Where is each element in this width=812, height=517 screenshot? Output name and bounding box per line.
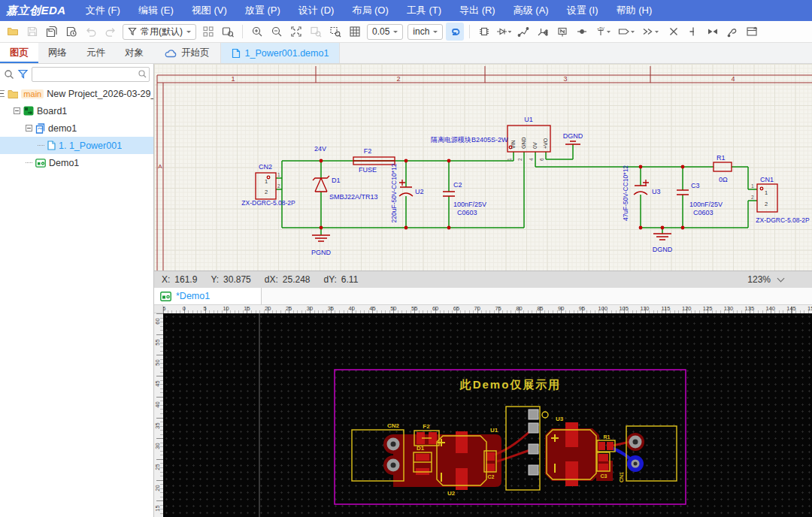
d1-tvs-diode — [313, 176, 329, 192]
u3-cap — [634, 180, 649, 195]
place-sheet-icon[interactable] — [743, 23, 761, 41]
tree-item-demo1-pcb[interactable]: Demo1 — [0, 154, 153, 171]
place-bus-entry-icon[interactable] — [641, 23, 663, 41]
pcb-doc-icon — [35, 159, 46, 168]
panel-layout-icon[interactable] — [199, 23, 217, 41]
menu-item[interactable]: 设置 (I) — [558, 0, 607, 21]
place-port-icon[interactable] — [617, 23, 639, 41]
ruler-number: 150 — [807, 305, 812, 312]
place-power-flag-icon[interactable]: +5V — [592, 23, 615, 41]
ruler-number: 125 — [703, 305, 713, 312]
zoom-region-icon[interactable] — [307, 23, 325, 41]
save-icon[interactable] — [23, 23, 41, 41]
pcb-canvas[interactable]: 此Demo仅展示用 CN2 F2 D1 U2 C2 U1 U3 R1 C3 CN… — [163, 313, 812, 517]
tree-item-demo1-schematic[interactable]: demo1 — [0, 119, 153, 137]
branch-badge: main — [21, 89, 44, 98]
schematic-canvas[interactable]: 1 2 3 4 A — [154, 64, 812, 271]
menu-item[interactable]: 设计 (D) — [289, 0, 344, 21]
unit-value: inch — [413, 26, 429, 37]
redo-icon[interactable] — [102, 23, 120, 41]
zoom-in-icon[interactable] — [248, 23, 266, 41]
panel-tab-4[interactable]: 对象 — [115, 43, 153, 63]
place-pin-icon[interactable] — [684, 23, 702, 41]
search-icon[interactable] — [4, 69, 14, 80]
find-component-icon[interactable] — [219, 23, 237, 41]
diff-pair-icon[interactable] — [704, 23, 722, 41]
collapse-toggle-icon[interactable] — [0, 90, 5, 97]
place-component-icon[interactable] — [475, 23, 493, 41]
menu-item[interactable]: 导出 (R) — [450, 0, 504, 21]
pcb-banner: 此Demo仅展示用 — [459, 378, 562, 391]
fit-view-icon[interactable] — [287, 23, 305, 41]
tab-label: *Demo1 — [176, 291, 210, 301]
svg-text:U2: U2 — [447, 490, 456, 497]
grid-settings-icon[interactable] — [346, 23, 364, 41]
wire-mode-icon[interactable] — [446, 23, 464, 41]
collapse-toggle-icon[interactable] — [14, 107, 20, 114]
ruler-number: 115 — [661, 305, 670, 312]
tree-item-power001-sheet[interactable]: 1. 1_Power001 — [0, 137, 153, 154]
zoom-out-icon[interactable] — [268, 23, 286, 41]
r1-resistor — [714, 162, 732, 171]
chevron-down-icon — [777, 275, 785, 283]
filter-preset-select[interactable]: 常用(默认) — [123, 24, 196, 40]
menu-item[interactable]: 文件 (F) — [77, 0, 129, 21]
menu-item[interactable]: 编辑 (E) — [129, 0, 183, 21]
panel-tab-1[interactable]: 图页 — [0, 43, 38, 63]
save-all-icon[interactable] — [43, 23, 61, 41]
tab-demo1-pcb[interactable]: *Demo1 — [154, 288, 262, 304]
tab-start-page[interactable]: 开始页 — [154, 43, 221, 63]
pcb-drawing[interactable]: 此Demo仅展示用 CN2 F2 D1 U2 C2 U1 U3 R1 C3 CN… — [163, 313, 812, 517]
ruler-number: 50 — [154, 355, 161, 370]
ruler-number: 120 — [682, 305, 692, 312]
pcb-tab-row: *Demo1 — [154, 288, 812, 305]
zoom-control[interactable]: 123% — [747, 274, 804, 285]
dgnd-symbol-top — [565, 141, 580, 144]
zoom-selection-icon[interactable] — [326, 23, 344, 41]
ruler-number: 110 — [641, 305, 650, 312]
panel-tab-2[interactable]: 网络 — [38, 43, 77, 63]
chevron-down-icon — [393, 31, 398, 35]
tree-item-project[interactable]: main New Project_2026-03-29_1 — [0, 85, 153, 102]
save-version-icon[interactable] — [62, 23, 80, 41]
no-connect-icon[interactable] — [665, 23, 683, 41]
tab-power001-demo1[interactable]: 1_Power001.demo1 — [221, 43, 341, 63]
new-folder-icon[interactable] — [4, 23, 22, 41]
unit-select[interactable]: inch — [408, 24, 443, 40]
svg-text:2: 2 — [751, 195, 754, 200]
board-icon — [23, 106, 34, 116]
place-bus-icon[interactable] — [534, 23, 552, 41]
panel-tab-3[interactable]: 元件 — [77, 43, 115, 63]
place-diode-icon[interactable] — [495, 23, 513, 41]
toolbar-separator — [469, 25, 470, 38]
tree-item-board1[interactable]: Board1 — [0, 102, 153, 119]
tree-search-input[interactable] — [32, 67, 150, 82]
search-icon — [138, 69, 147, 79]
dx-value: 25.248 — [283, 274, 311, 285]
menu-item[interactable]: 视图 (V) — [183, 0, 236, 21]
menu-item[interactable]: 工具 (T) — [398, 0, 450, 21]
menu-item[interactable]: 高级 (A) — [504, 0, 558, 21]
menu-item[interactable]: 放置 (P) — [236, 0, 289, 21]
ruler-number: 35 — [328, 305, 334, 312]
undo-icon[interactable] — [82, 23, 100, 41]
place-wire-icon[interactable] — [514, 23, 532, 41]
collapse-toggle-icon[interactable] — [26, 125, 32, 132]
menu-item[interactable]: 布局 (O) — [343, 0, 397, 21]
svg-text:CN1: CN1 — [760, 176, 774, 183]
schematic-drawing[interactable]: 1 2 3 4 A — [154, 64, 812, 271]
svg-text:C0603: C0603 — [693, 209, 714, 216]
filter-icon[interactable] — [17, 69, 29, 80]
dgnd-symbol — [653, 234, 671, 240]
application-window: 嘉立创EDA 文件 (F)编辑 (E)视图 (V)放置 (P)设计 (D)布局 … — [0, 0, 812, 517]
ruler-number: 30 — [307, 305, 313, 312]
place-junction-icon[interactable] — [573, 23, 591, 41]
grid-size-select[interactable]: 0.05 — [367, 24, 403, 40]
ruler-number: 45 — [154, 376, 161, 392]
place-net-label-icon[interactable] — [553, 23, 571, 41]
svg-text:C3: C3 — [691, 182, 700, 189]
menu-item[interactable]: 帮助 (H) — [607, 0, 662, 21]
svg-text:U3: U3 — [652, 188, 661, 195]
x-value: 161.9 — [174, 274, 197, 285]
probe-icon[interactable] — [723, 23, 741, 41]
